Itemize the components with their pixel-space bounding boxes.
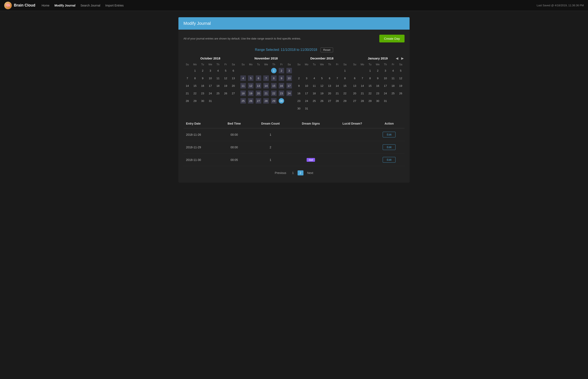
- day-number[interactable]: 22: [367, 91, 373, 96]
- day-number[interactable]: 27: [256, 98, 261, 104]
- day-number[interactable]: 31: [208, 98, 213, 104]
- day-number[interactable]: 23: [296, 98, 302, 104]
- day-number[interactable]: 25: [215, 91, 221, 96]
- day-cell-9[interactable]: 9: [278, 74, 285, 82]
- day-number[interactable]: 19: [398, 83, 403, 88]
- day-number[interactable]: 5: [223, 68, 228, 73]
- day-cell-25[interactable]: 25: [239, 97, 247, 105]
- day-number[interactable]: 13: [231, 75, 236, 81]
- day-cell-17[interactable]: 17: [285, 82, 293, 90]
- day-number[interactable]: 9: [200, 75, 205, 81]
- day-number[interactable]: 17: [208, 83, 213, 88]
- page-2-button[interactable]: 2: [298, 170, 303, 175]
- day-number[interactable]: 10: [208, 75, 213, 81]
- day-number[interactable]: 3: [286, 68, 292, 73]
- day-cell-28[interactable]: 28: [334, 97, 341, 105]
- reset-button[interactable]: Reset: [320, 47, 333, 52]
- day-cell-21[interactable]: 21: [334, 90, 341, 97]
- day-cell-30[interactable]: 30: [199, 97, 207, 105]
- day-cell-8[interactable]: 8: [341, 74, 349, 82]
- day-cell-14[interactable]: 14: [334, 82, 341, 90]
- day-number[interactable]: 23: [200, 91, 205, 96]
- day-number[interactable]: 11: [390, 75, 396, 81]
- day-number[interactable]: 4: [390, 68, 396, 73]
- day-cell-5[interactable]: 5: [247, 74, 255, 82]
- edit-button[interactable]: Edit: [383, 144, 395, 150]
- day-cell-12[interactable]: 12: [222, 74, 230, 82]
- day-number[interactable]: 11: [215, 75, 221, 81]
- day-cell-30[interactable]: 30: [278, 97, 285, 105]
- day-number[interactable]: 13: [256, 83, 261, 88]
- day-cell-8[interactable]: 8: [366, 74, 374, 82]
- day-cell-28[interactable]: 28: [183, 97, 191, 105]
- nav-modify-journal[interactable]: Modify Journal: [54, 4, 76, 7]
- day-number[interactable]: 25: [240, 98, 246, 104]
- day-cell-5[interactable]: 5: [222, 67, 230, 74]
- day-number[interactable]: 20: [231, 83, 236, 88]
- day-cell-26[interactable]: 26: [247, 97, 255, 105]
- day-number[interactable]: 29: [342, 98, 348, 104]
- day-number[interactable]: 15: [192, 83, 198, 88]
- day-number[interactable]: 27: [327, 98, 332, 104]
- day-cell-13[interactable]: 13: [351, 82, 359, 90]
- create-day-button[interactable]: Create Day: [379, 35, 405, 42]
- page-1-button[interactable]: 1: [290, 170, 296, 175]
- day-number[interactable]: 22: [342, 91, 348, 96]
- day-number[interactable]: 19: [319, 91, 325, 96]
- day-cell-11[interactable]: 11: [239, 82, 247, 90]
- day-cell-14[interactable]: 14: [183, 82, 191, 90]
- day-number[interactable]: 25: [390, 91, 396, 96]
- day-number[interactable]: 16: [296, 91, 302, 96]
- day-cell-22[interactable]: 22: [366, 90, 374, 97]
- day-number[interactable]: 19: [223, 83, 228, 88]
- day-cell-27[interactable]: 27: [255, 97, 262, 105]
- day-number[interactable]: 4: [311, 75, 317, 81]
- day-cell-16[interactable]: 16: [374, 82, 382, 90]
- day-cell-3[interactable]: 3: [207, 67, 214, 74]
- day-cell-6[interactable]: 6: [351, 74, 359, 82]
- day-cell-31[interactable]: 31: [207, 97, 214, 105]
- day-cell-17[interactable]: 17: [303, 90, 311, 97]
- day-number[interactable]: 24: [286, 91, 292, 96]
- day-number[interactable]: 14: [360, 83, 365, 88]
- day-number[interactable]: 28: [185, 98, 190, 104]
- day-number[interactable]: 2: [279, 68, 284, 73]
- day-cell-24[interactable]: 24: [207, 90, 214, 97]
- day-cell-4[interactable]: 4: [239, 74, 247, 82]
- day-cell-18[interactable]: 18: [239, 90, 247, 97]
- day-number[interactable]: 3: [208, 68, 213, 73]
- day-cell-30[interactable]: 30: [295, 105, 303, 112]
- day-cell-24[interactable]: 24: [382, 90, 389, 97]
- day-cell-2[interactable]: 2: [199, 67, 207, 74]
- day-number[interactable]: 31: [304, 106, 309, 111]
- day-cell-11[interactable]: 11: [310, 82, 318, 90]
- day-cell-8[interactable]: 8: [270, 74, 278, 82]
- day-cell-13[interactable]: 13: [229, 74, 237, 82]
- day-number[interactable]: 2: [200, 68, 205, 73]
- day-cell-25[interactable]: 25: [214, 90, 222, 97]
- day-cell-7[interactable]: 7: [262, 74, 270, 82]
- day-cell-6[interactable]: 6: [229, 67, 237, 74]
- day-cell-15[interactable]: 15: [270, 82, 278, 90]
- day-cell-19[interactable]: 19: [318, 90, 326, 97]
- day-cell-10[interactable]: 10: [303, 82, 311, 90]
- day-number[interactable]: 15: [271, 83, 277, 88]
- day-number[interactable]: 20: [352, 91, 357, 96]
- nav-search-journal[interactable]: Search Journal: [80, 4, 100, 7]
- day-number[interactable]: 23: [375, 91, 380, 96]
- day-number[interactable]: 10: [286, 75, 292, 81]
- day-number[interactable]: 9: [279, 75, 284, 81]
- day-cell-3[interactable]: 3: [303, 74, 311, 82]
- day-cell-29[interactable]: 29: [270, 97, 278, 105]
- day-number[interactable]: 22: [192, 91, 198, 96]
- day-number[interactable]: 10: [383, 75, 388, 81]
- day-cell-6[interactable]: 6: [326, 74, 334, 82]
- day-cell-3[interactable]: 3: [285, 67, 293, 74]
- day-cell-2[interactable]: 2: [374, 67, 382, 74]
- day-number[interactable]: 10: [304, 83, 309, 88]
- day-number[interactable]: 3: [304, 75, 309, 81]
- day-number[interactable]: 3: [383, 68, 388, 73]
- day-cell-13[interactable]: 13: [255, 82, 262, 90]
- day-number[interactable]: 29: [367, 98, 373, 104]
- day-cell-20[interactable]: 20: [255, 90, 262, 97]
